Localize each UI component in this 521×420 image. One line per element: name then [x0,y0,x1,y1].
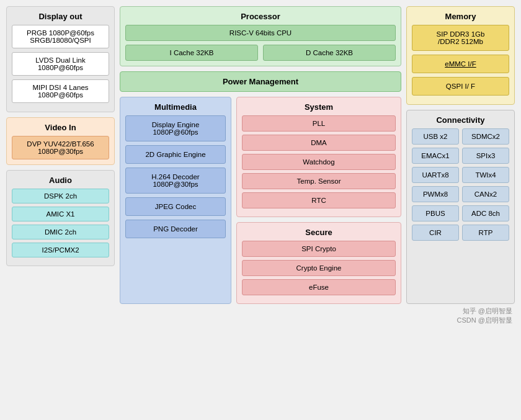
audio-item-1: AMIC X1 [12,207,109,221]
audio-section: Audio DSPK 2ch AMIC X1 DMIC 2ch I2S/PCMX… [6,170,115,266]
audio-item-2: DMIC 2ch [12,225,109,239]
multimedia-item-3: JPEG Codec [125,197,226,216]
connectivity-section: Connectivity USB x2 SDMCx2 EMACx1 SPIx3 … [406,110,515,304]
display-out-item-0: PRGB 1080P@60fpsSRGB/18080/QSPI [12,25,109,48]
secure-title: Secure [242,228,396,237]
display-out-section: Display out PRGB 1080P@60fpsSRGB/18080/Q… [6,6,115,112]
left-column: Display out PRGB 1080P@60fpsSRGB/18080/Q… [6,6,115,304]
audio-title: Audio [12,176,109,185]
video-in-item-0: DVP YUV422/BT.6561080P@30fps [12,136,109,159]
main-layout: Display out PRGB 1080P@60fpsSRGB/18080/Q… [6,6,515,304]
connectivity-item-3: SPIx3 [462,148,509,164]
audio-item-3: I2S/PCMX2 [12,243,109,257]
dcache-item: D Cache 32KB [263,45,396,61]
memory-section: Memory SIP DDR3 1Gb/DDR2 512Mb eMMC I/F … [406,6,515,105]
connectivity-item-6: PWMx8 [412,186,459,202]
system-item-0: PLL [242,115,396,132]
multimedia-item-1: 2D Graphic Engine [125,145,226,164]
cache-row: I Cache 32KB D Cache 32KB [125,45,396,61]
connectivity-item-9: ADC 8ch [462,205,509,221]
connectivity-grid: USB x2 SDMCx2 EMACx1 SPIx3 UARTx8 TWIx4 … [412,128,509,241]
secure-item-1: Crypto Engine [242,260,396,276]
system-item-2: Watchdog [242,154,396,170]
processor-cpu: RISC-V 64bits CPU [125,25,396,41]
connectivity-item-0: USB x2 [412,128,459,145]
multimedia-item-0: Display Engine1080P@60fps [125,115,226,141]
display-out-title: Display out [12,12,109,21]
multimedia-item-2: H.264 Decoder1080P@30fps [125,168,226,194]
connectivity-title: Connectivity [412,115,509,125]
connectivity-item-7: CANx2 [462,186,509,202]
watermark: 知乎 @启明智显CSDN @启明智显 [6,306,515,325]
icache-item: I Cache 32KB [125,45,258,61]
multimedia-title: Multimedia [125,102,226,112]
video-in-section: Video In DVP YUV422/BT.6561080P@30fps [6,117,115,165]
multimedia-section: Multimedia Display Engine1080P@60fps 2D … [120,97,231,304]
secure-item-2: eFuse [242,279,396,295]
system-title: System [242,102,396,112]
system-section: System PLL DMA Watchdog Temp. Sensor RTC [236,97,401,217]
secure-section: Secure SPI Crypto Crypto Engine eFuse [236,222,401,304]
system-item-4: RTC [242,192,396,208]
power-mgmt-title: Power Management [125,77,396,86]
right-column: Memory SIP DDR3 1Gb/DDR2 512Mb eMMC I/F … [406,6,515,304]
secure-item-0: SPI Crypto [242,241,396,257]
memory-title: Memory [412,12,509,21]
video-in-title: Video In [12,123,109,132]
connectivity-item-4: UARTx8 [412,167,459,183]
memory-item-1: eMMC I/F [412,55,509,73]
display-out-item-1: LVDS Dual Link1080P@60fps [12,52,109,76]
connectivity-item-10: CIR [412,225,459,241]
connectivity-item-1: SDMCx2 [462,128,509,145]
processor-title: Processor [125,12,396,21]
processor-section: Processor RISC-V 64bits CPU I Cache 32KB… [120,6,401,66]
power-mgmt-section: Power Management [120,71,401,92]
connectivity-item-5: TWIx4 [462,167,509,183]
display-out-item-2: MIPI DSI 4 Lanes1080P@60fps [12,79,109,103]
connectivity-item-11: RTP [462,225,509,241]
connectivity-item-8: PBUS [412,205,459,221]
lower-middle: Multimedia Display Engine1080P@60fps 2D … [120,97,401,304]
memory-item-0: SIP DDR3 1Gb/DDR2 512Mb [412,25,509,51]
system-secure-column: System PLL DMA Watchdog Temp. Sensor RTC… [236,97,401,304]
memory-item-2: QSPI I/ F [412,77,509,96]
middle-column: Processor RISC-V 64bits CPU I Cache 32KB… [120,6,401,304]
connectivity-item-2: EMACx1 [412,148,459,164]
system-item-1: DMA [242,135,396,151]
multimedia-item-4: PNG Decoder [125,220,226,238]
system-item-3: Temp. Sensor [242,173,396,189]
audio-item-0: DSPK 2ch [12,189,109,203]
